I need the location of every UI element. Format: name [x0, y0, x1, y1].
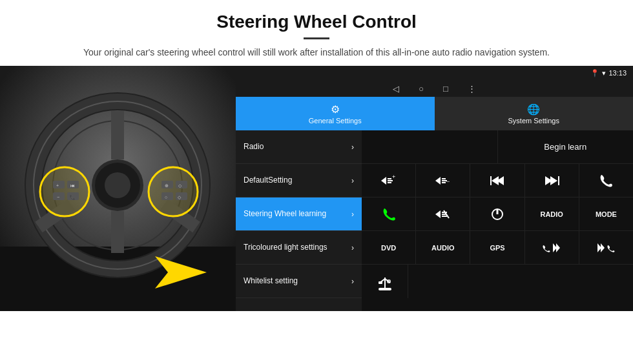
- status-bar-icons: 📍 ▾ 13:13: [590, 69, 627, 77]
- menu-item-tricoloured[interactable]: Tricoloured light settings ›: [236, 231, 362, 265]
- control-row-3: DVD AUDIO GPS: [362, 231, 633, 265]
- chevron-icon: ›: [351, 277, 354, 286]
- phone-prev-button[interactable]: [525, 231, 579, 264]
- recent-nav-button[interactable]: □: [443, 84, 448, 94]
- time-display: 13:13: [608, 69, 627, 77]
- svg-rect-25: [176, 181, 187, 188]
- gps-button[interactable]: GPS: [470, 231, 524, 264]
- begin-learn-button[interactable]: Begin learn: [498, 130, 634, 163]
- next-track-button[interactable]: [525, 164, 579, 197]
- main-content: Radio › DefaultSetting › Steering Wheel …: [236, 130, 633, 311]
- location-icon: 📍: [590, 69, 599, 77]
- tab-general-settings-label: General Settings: [309, 117, 362, 125]
- svg-text:⏮: ⏮: [70, 183, 75, 188]
- android-ui: 📍 ▾ 13:13 ◁ ○ □ ⋮ ⚙ General Settings 🌐 S…: [236, 66, 633, 311]
- menu-item-radio[interactable]: Radio ›: [236, 130, 362, 164]
- tab-system-settings[interactable]: 🌐 System Settings: [435, 97, 634, 130]
- mute-button[interactable]: [416, 197, 470, 230]
- chevron-icon: ›: [351, 243, 354, 252]
- svg-text:+: +: [392, 174, 395, 180]
- radio-row: Begin learn: [362, 130, 633, 164]
- back-nav-button[interactable]: ◁: [393, 84, 399, 94]
- nav-bar: ◁ ○ □ ⋮: [236, 80, 633, 97]
- tab-bar: ⚙ General Settings 🌐 System Settings: [236, 97, 633, 130]
- mode-button[interactable]: MODE: [579, 197, 633, 230]
- radio-mode-button[interactable]: RADIO: [525, 197, 579, 230]
- svg-text:−: −: [446, 178, 450, 185]
- tab-general-settings[interactable]: ⚙ General Settings: [236, 97, 435, 130]
- svg-marker-33: [381, 177, 386, 185]
- menu-item-steering-wheel-learning[interactable]: Steering Wheel learning ›: [236, 197, 362, 231]
- globe-icon: 🌐: [527, 103, 540, 116]
- menu-item-defaultsetting[interactable]: DefaultSetting ›: [236, 164, 362, 197]
- dvd-button[interactable]: DVD: [362, 231, 416, 264]
- svg-point-14: [40, 167, 89, 216]
- menu-nav-button[interactable]: ⋮: [468, 84, 476, 94]
- svg-text:○: ○: [165, 195, 167, 199]
- svg-text:+: +: [56, 183, 59, 188]
- svg-rect-48: [558, 176, 559, 185]
- svg-marker-47: [550, 176, 557, 185]
- svg-point-15: [149, 167, 198, 216]
- power-button[interactable]: [470, 197, 524, 230]
- car-image-section: + ⏮ − 📞 ⊕ ◇ ○ ◇: [0, 66, 236, 311]
- title-divider: [304, 37, 329, 39]
- skip-next-button[interactable]: [579, 231, 633, 264]
- svg-marker-38: [435, 177, 441, 185]
- svg-marker-57: [556, 243, 560, 252]
- svg-rect-64: [379, 281, 382, 284]
- svg-rect-60: [379, 288, 391, 290]
- prev-track-button[interactable]: [470, 164, 524, 197]
- page-subtitle: Your original car's steering wheel contr…: [39, 46, 594, 59]
- home-nav-button[interactable]: ○: [419, 84, 424, 94]
- svg-text:−: −: [57, 195, 59, 199]
- svg-marker-59: [601, 243, 605, 252]
- phone-answer-button[interactable]: [362, 197, 416, 230]
- tab-system-settings-label: System Settings: [508, 117, 559, 125]
- vol-down-button[interactable]: −: [416, 164, 470, 197]
- svg-point-13: [105, 172, 130, 198]
- svg-rect-45: [490, 176, 492, 185]
- svg-marker-49: [435, 210, 441, 218]
- car-image-bg: + ⏮ − 📞 ⊕ ◇ ○ ◇: [0, 66, 236, 311]
- status-bar: 📍 ▾ 13:13: [236, 66, 633, 80]
- control-row-2: RADIO MODE: [362, 197, 633, 231]
- usb-row: [362, 265, 633, 298]
- chevron-icon: ›: [351, 210, 354, 219]
- signal-icon: ▾: [602, 69, 606, 77]
- svg-text:📞: 📞: [70, 194, 76, 200]
- vol-up-button[interactable]: +: [362, 164, 416, 197]
- page-title: Steering Wheel Control: [39, 12, 594, 32]
- audio-button[interactable]: AUDIO: [416, 231, 470, 264]
- svg-rect-2: [0, 247, 236, 311]
- content-area: + ⏮ − 📞 ⊕ ◇ ○ ◇: [0, 66, 633, 311]
- usb-button[interactable]: [362, 265, 408, 298]
- menu-item-whitelist[interactable]: Whitelist setting ›: [236, 265, 362, 298]
- svg-text:⊕: ⊕: [165, 183, 169, 188]
- chevron-icon: ›: [351, 176, 354, 185]
- right-panel: Begin learn + −: [362, 130, 633, 311]
- left-menu: Radio › DefaultSetting › Steering Wheel …: [236, 130, 362, 311]
- empty-cell: [362, 130, 498, 163]
- gear-icon: ⚙: [331, 103, 340, 116]
- phone-button[interactable]: [579, 164, 633, 197]
- page-header: Steering Wheel Control Your original car…: [0, 0, 633, 66]
- chevron-icon: ›: [351, 143, 354, 152]
- control-row-1: + −: [362, 164, 633, 197]
